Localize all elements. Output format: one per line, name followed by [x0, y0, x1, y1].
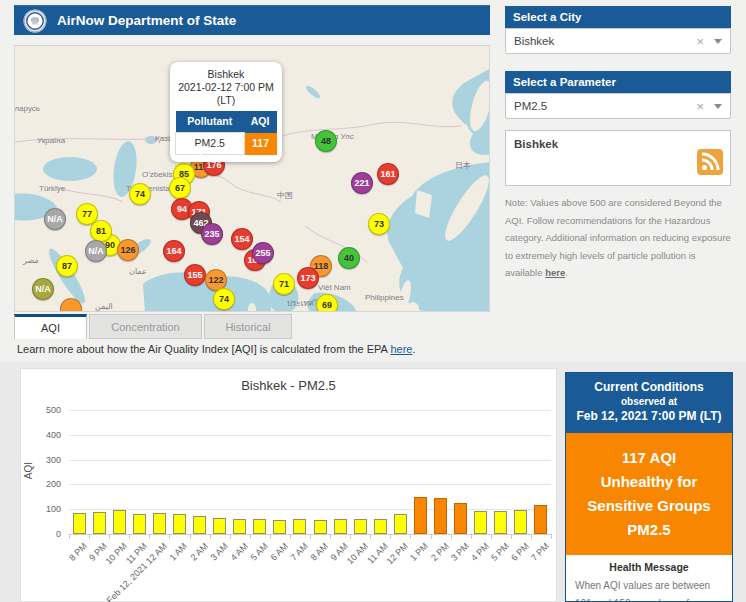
chart-y-tick-label: 400 [33, 430, 61, 440]
aqi-bar [494, 511, 507, 534]
map[interactable]: БеларусьУкраїнаTürkiyeҚазақстанO'zbekist… [14, 45, 490, 312]
chart-x-tick [89, 534, 90, 539]
tab-aqi[interactable]: AQI [14, 314, 87, 339]
aqi-bar [73, 513, 86, 534]
aqi-bar [434, 498, 447, 534]
chart-x-tick [310, 534, 311, 539]
map-place-label: عمان [129, 267, 147, 276]
chart-x-tick-label: 12 PM [385, 541, 410, 566]
chart-x-tick [370, 534, 371, 539]
city-caret-down-icon[interactable] [714, 39, 722, 44]
chart-x-tick-label: 10 PM [104, 541, 129, 566]
tab-historical[interactable]: Historical [204, 314, 292, 339]
map-place-label: اليمن [95, 302, 113, 311]
chart-x-tick [129, 534, 130, 539]
conditions-subtitle: observed at [570, 395, 728, 408]
aqi-marker[interactable]: 67 [169, 177, 191, 199]
chart-y-tick-label: 300 [33, 455, 61, 465]
aqi-marker[interactable]: N/A [85, 240, 107, 262]
chart-x-tick [350, 534, 351, 539]
aqi-marker[interactable]: 40 [338, 247, 360, 269]
aqi-marker[interactable]: 74 [129, 183, 151, 205]
aqi-marker[interactable]: 73 [368, 213, 390, 235]
chart-x-tick [190, 534, 191, 539]
popup-pollutant-value: PM2.5 [176, 133, 245, 155]
popup-timezone: (LT) [175, 94, 277, 107]
map-place-label: Việt Nam [318, 283, 351, 292]
chart-x-tick-label: 6 PM [509, 541, 531, 563]
aqi-marker[interactable]: 164 [163, 240, 185, 262]
aqi-marker[interactable]: N/A [44, 208, 66, 230]
aqi-marker[interactable]: 69 [316, 294, 338, 312]
parameter-clear-icon[interactable]: × [696, 99, 704, 114]
chart-x-tick [230, 534, 231, 539]
parameter-select-value: PM2.5 [514, 100, 696, 112]
aqi-bar [394, 514, 407, 534]
aqi-marker[interactable]: 255 [252, 242, 274, 264]
rss-feed-box: Bishkek [505, 130, 731, 186]
chart-x-tick-label: 8 PM [67, 541, 89, 563]
aqi-marker[interactable]: 48 [315, 130, 337, 152]
city-clear-icon[interactable]: × [696, 34, 704, 49]
aqi-marker[interactable]: N/A [32, 278, 54, 300]
map-place-label: Беларусь [14, 104, 40, 113]
aqi-marker[interactable]: 155 [184, 264, 206, 286]
chart-x-tick-label: 1 AM [168, 541, 190, 563]
chart-x-tick [531, 534, 532, 539]
conditions-title: Current Conditions [570, 380, 728, 395]
tab-concentration[interactable]: Concentration [89, 314, 202, 339]
epa-here-link[interactable]: here [390, 343, 412, 355]
chart-panel: Bishkek - PM2.5 AQI 01002003004005008 PM… [20, 368, 557, 602]
aqi-marker[interactable]: 74 [213, 288, 235, 310]
note-here-link[interactable]: here [545, 267, 565, 278]
map-place-label: مصر [23, 256, 39, 265]
chart-x-tick-label: 3 AM [208, 541, 230, 563]
learn-more-prefix: Learn more about how the Air Quality Ind… [17, 343, 390, 355]
map-place-label: 中国 [277, 190, 293, 201]
aqi-bar [514, 510, 527, 534]
dos-seal-icon [23, 9, 47, 33]
conditions-aqi-block: 117 AQI Unhealthy for Sensitive Groups P… [566, 433, 732, 555]
chart-x-tick-label: 5 PM [489, 541, 511, 563]
rss-icon[interactable] [697, 149, 723, 179]
health-message-title: Health Message [575, 561, 723, 573]
aqi-marker[interactable]: 173 [297, 267, 319, 289]
city-select-value: Bishkek [514, 35, 696, 47]
aqi-marker[interactable]: 81 [90, 220, 112, 242]
learn-more-text: Learn more about how the Air Quality Ind… [17, 343, 415, 355]
current-conditions-panel: Current Conditions observed at Feb 12, 2… [565, 372, 733, 602]
map-place-label: 日本 [455, 160, 471, 171]
map-popup[interactable]: Bishkek 2021-02-12 7:00 PM (LT) Pollutan… [170, 62, 282, 162]
chart-x-tick-label: 1 PM [409, 541, 431, 563]
aqi-marker[interactable]: 221 [351, 172, 373, 194]
parameter-caret-down-icon[interactable] [714, 104, 722, 109]
aqi-bar [534, 505, 547, 534]
popup-col-aqi: AQI [244, 111, 276, 133]
aqi-marker[interactable]: 126 [117, 239, 139, 261]
popup-pointer [193, 146, 209, 156]
aqi-bar [414, 497, 427, 534]
health-message-block: Health Message When AQI values are betwe… [566, 555, 732, 602]
chart-plot-area: 01002003004005008 PM9 PM10 PM11 PMFeb 12… [21, 369, 558, 602]
aqi-marker[interactable]: 161 [377, 163, 399, 185]
chart-x-tick [109, 534, 110, 539]
chart-y-tick-label: 100 [33, 504, 61, 514]
app-title: AirNow Department of State [57, 13, 236, 28]
conditions-datetime: Feb 12, 2021 7:00 PM (LT) [570, 408, 728, 424]
parameter-select[interactable]: PM2.5 × [505, 93, 731, 119]
aqi-marker[interactable]: 154 [231, 228, 253, 250]
aqi-bar [153, 513, 166, 534]
city-select[interactable]: Bishkek × [505, 28, 731, 54]
aqi-bar [133, 514, 146, 534]
select-parameter-header: Select a Parameter [505, 71, 731, 93]
app-header: AirNow Department of State [14, 5, 490, 35]
aqi-bar [113, 510, 126, 534]
aqi-marker[interactable]: 235 [201, 223, 223, 245]
map-place-label: Philippines [365, 293, 404, 302]
aqi-bar [173, 514, 186, 534]
aqi-marker[interactable]: 87 [56, 255, 78, 277]
aqi-marker[interactable]: 71 [273, 273, 295, 295]
chart-x-tick [390, 534, 391, 539]
conditions-category: Unhealthy for Sensitive Groups [574, 470, 724, 518]
chart-x-tick-label: 7 PM [529, 541, 551, 563]
